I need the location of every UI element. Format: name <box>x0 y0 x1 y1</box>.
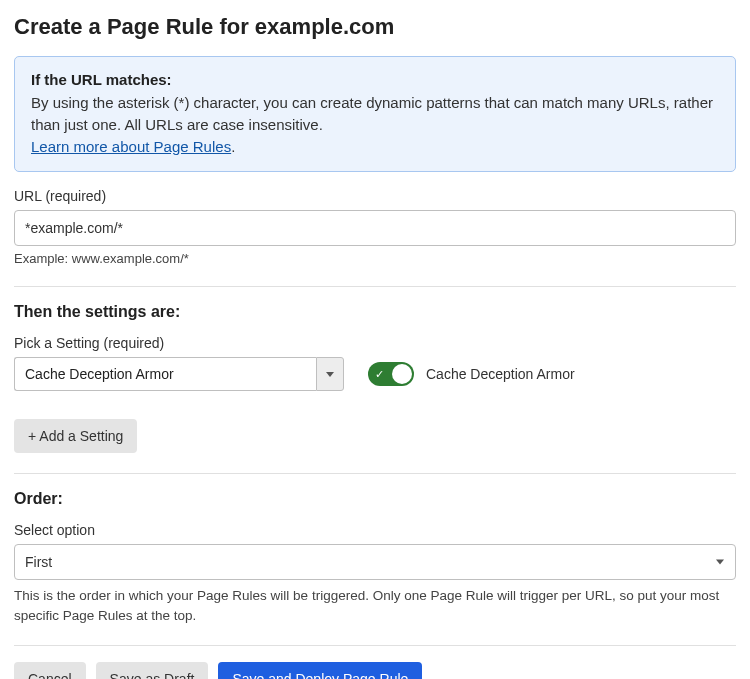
footer-actions: Cancel Save as Draft Save and Deploy Pag… <box>14 662 736 679</box>
divider <box>14 286 736 287</box>
check-icon: ✓ <box>375 369 384 380</box>
info-box-period: . <box>231 138 235 155</box>
info-box-title: If the URL matches: <box>31 71 719 88</box>
cache-deception-toggle[interactable]: ✓ <box>368 362 414 386</box>
page-title: Create a Page Rule for example.com <box>14 14 736 40</box>
order-hint: This is the order in which your Page Rul… <box>14 586 736 625</box>
toggle-label: Cache Deception Armor <box>426 366 575 382</box>
divider <box>14 645 736 646</box>
setting-select-caret-button[interactable] <box>316 357 344 391</box>
setting-select[interactable]: Cache Deception Armor <box>14 357 344 391</box>
info-box: If the URL matches: By using the asteris… <box>14 56 736 172</box>
add-setting-button[interactable]: + Add a Setting <box>14 419 137 453</box>
order-section-title: Order: <box>14 490 736 508</box>
cancel-button[interactable]: Cancel <box>14 662 86 679</box>
setting-picker-label: Pick a Setting (required) <box>14 335 344 351</box>
info-box-text: By using the asterisk (*) character, you… <box>31 94 713 133</box>
toggle-knob <box>392 364 412 384</box>
order-label: Select option <box>14 522 736 538</box>
save-draft-button[interactable]: Save as Draft <box>96 662 209 679</box>
divider <box>14 473 736 474</box>
order-select[interactable]: First <box>14 544 736 580</box>
save-deploy-button[interactable]: Save and Deploy Page Rule <box>218 662 422 679</box>
caret-down-icon <box>326 372 334 377</box>
url-example-hint: Example: www.example.com/* <box>14 251 736 266</box>
learn-more-link[interactable]: Learn more about Page Rules <box>31 138 231 155</box>
settings-section-title: Then the settings are: <box>14 303 736 321</box>
setting-select-value: Cache Deception Armor <box>14 357 316 391</box>
info-box-body: By using the asterisk (*) character, you… <box>31 92 719 157</box>
url-label: URL (required) <box>14 188 736 204</box>
url-input[interactable] <box>14 210 736 246</box>
